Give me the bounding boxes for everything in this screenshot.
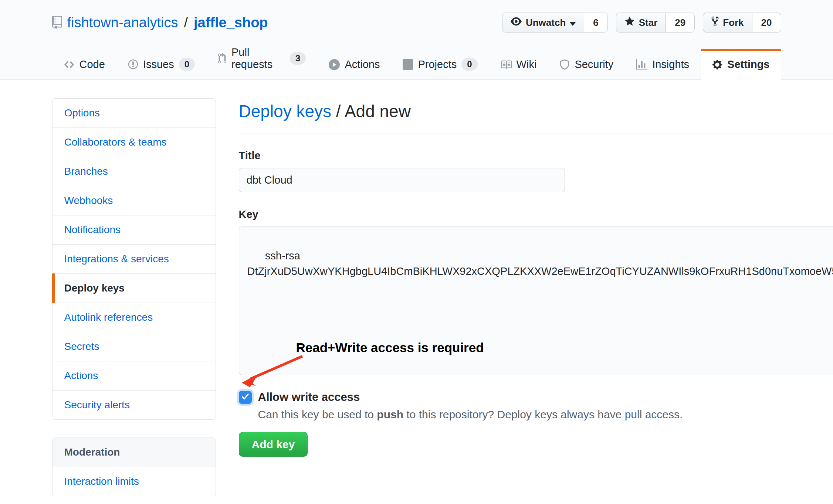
- sidebar-item-interaction-limits[interactable]: Interaction limits: [53, 467, 216, 496]
- issue-opened-icon: [128, 59, 138, 70]
- page-header: fishtown-analytics / jaffle_shop Unwatch: [0, 0, 833, 80]
- sidebar-item-autolink-references[interactable]: Autolink references: [53, 303, 216, 332]
- forks-count[interactable]: 20: [752, 13, 781, 33]
- tab-security-label: Security: [575, 58, 613, 71]
- repo-social-actions: Unwatch 6 Star 29: [502, 13, 781, 33]
- star-button-group: Star 29: [616, 13, 695, 33]
- fork-button-label: Fork: [723, 17, 744, 28]
- pull-request-icon: [218, 53, 227, 64]
- sidebar-item-webhooks[interactable]: Webhooks: [53, 186, 216, 215]
- title-field-label: Title: [239, 150, 833, 162]
- stargazers-count[interactable]: 29: [666, 13, 695, 33]
- tab-pull-requests-label: Pull requests: [231, 46, 285, 71]
- tab-projects[interactable]: Projects 0: [391, 47, 489, 80]
- code-icon: [64, 59, 75, 70]
- moderation-menu-header: Moderation: [53, 438, 216, 467]
- tab-security[interactable]: Security: [548, 48, 625, 80]
- pull-requests-count-badge: 3: [290, 52, 306, 65]
- allow-write-access-label[interactable]: Allow write access: [258, 391, 360, 404]
- tab-insights-label: Insights: [652, 58, 689, 71]
- unwatch-button-label: Unwatch: [526, 17, 566, 28]
- caret-down-icon: [570, 17, 576, 28]
- fork-button-group: Fork 20: [703, 13, 781, 33]
- tab-settings-label: Settings: [727, 58, 769, 71]
- settings-sidebar: Options Collaborators & teams Branches W…: [52, 98, 216, 496]
- watchers-count[interactable]: 6: [584, 13, 607, 33]
- tab-actions[interactable]: Actions: [317, 48, 391, 80]
- settings-menu: Options Collaborators & teams Branches W…: [52, 98, 216, 420]
- tab-settings[interactable]: Settings: [701, 49, 781, 80]
- repo-title-separator: /: [183, 15, 189, 31]
- sidebar-item-branches[interactable]: Branches: [53, 157, 216, 186]
- tab-wiki-label: Wiki: [517, 58, 537, 71]
- sidebar-item-actions[interactable]: Actions: [53, 361, 216, 391]
- sidebar-item-integrations-services[interactable]: Integrations & services: [53, 245, 216, 274]
- issues-count-badge: 0: [179, 58, 195, 71]
- tab-issues[interactable]: Issues 0: [116, 47, 206, 80]
- tab-code[interactable]: Code: [52, 48, 116, 80]
- star-button[interactable]: Star: [616, 13, 666, 33]
- gear-icon: [712, 59, 722, 70]
- title-input[interactable]: [239, 168, 565, 192]
- repo-owner-link[interactable]: fishtown-analytics: [67, 15, 178, 31]
- shield-icon: [559, 59, 570, 70]
- main-content: Deploy keys / Add new Title Key ssh-rsa …: [239, 98, 833, 496]
- repo-name-link[interactable]: jaffle_shop: [194, 15, 268, 31]
- tab-insights[interactable]: Insights: [625, 48, 701, 80]
- write-access-note-after: to this repository? Deploy keys always h…: [403, 408, 683, 420]
- tab-pull-requests[interactable]: Pull requests 3: [206, 35, 317, 80]
- tab-wiki[interactable]: Wiki: [489, 48, 548, 80]
- moderation-menu: Moderation Interaction limits: [52, 437, 216, 496]
- eye-icon: [511, 16, 522, 30]
- sidebar-item-security-alerts[interactable]: Security alerts: [53, 391, 216, 419]
- repo-title: fishtown-analytics / jaffle_shop: [52, 15, 268, 31]
- graph-icon: [636, 59, 647, 70]
- sidebar-item-options[interactable]: Options: [53, 99, 216, 128]
- repo-book-icon: [52, 16, 62, 29]
- sidebar-item-secrets[interactable]: Secrets: [53, 332, 216, 361]
- key-field-label: Key: [239, 208, 833, 221]
- breadcrumb-separator: /: [331, 102, 345, 121]
- add-key-button[interactable]: Add key: [239, 432, 308, 457]
- project-icon: [403, 59, 413, 70]
- tab-actions-label: Actions: [345, 58, 380, 71]
- sidebar-item-collaborators-teams[interactable]: Collaborators & teams: [53, 128, 216, 157]
- allow-write-access-checkbox[interactable]: [239, 391, 252, 404]
- book-icon: [501, 59, 512, 70]
- play-circle-icon: [329, 59, 340, 70]
- star-button-label: Star: [639, 17, 658, 28]
- fork-icon: [711, 16, 719, 30]
- tab-projects-label: Projects: [418, 58, 457, 71]
- breadcrumb-current: Add new: [345, 102, 411, 121]
- deploy-keys-breadcrumb-link[interactable]: Deploy keys: [239, 102, 332, 121]
- projects-count-badge: 0: [461, 58, 477, 71]
- star-icon: [624, 16, 635, 30]
- write-access-note-push: push: [377, 408, 403, 420]
- watch-button-group: Unwatch 6: [502, 13, 608, 33]
- tab-issues-label: Issues: [143, 58, 174, 71]
- key-text-plain: ssh-rsa DtZjrXuD5UwXwYKHgbgLU4IbCmBiKHLW…: [247, 250, 833, 277]
- sidebar-item-notifications[interactable]: Notifications: [53, 215, 216, 245]
- page-title: Deploy keys / Add new: [239, 101, 833, 133]
- unwatch-button[interactable]: Unwatch: [502, 13, 584, 33]
- sidebar-item-deploy-keys[interactable]: Deploy keys: [53, 274, 216, 303]
- write-access-note-before: Can this key be used to: [258, 408, 377, 420]
- write-access-note: Can this key be used to push to this rep…: [258, 408, 833, 421]
- fork-button[interactable]: Fork: [703, 13, 752, 33]
- key-textarea[interactable]: ssh-rsa DtZjrXuD5UwXwYKHgbgLU4IbCmBiKHLW…: [239, 227, 833, 375]
- checkmark-icon: [241, 392, 250, 402]
- tab-code-label: Code: [79, 58, 105, 71]
- repo-nav: Code Issues 0 Pull requests 3 Actions Pr…: [52, 35, 781, 80]
